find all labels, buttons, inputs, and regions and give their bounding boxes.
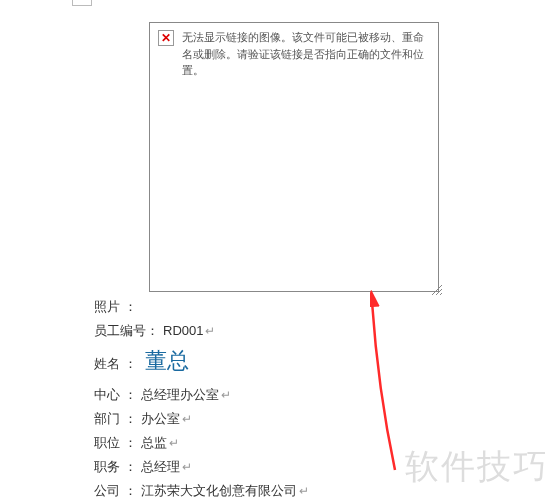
title-value: 总监	[141, 434, 167, 452]
field-dept: 部门 ： 办公室 ↵	[94, 410, 309, 428]
field-photo: 照片 ：	[94, 298, 309, 316]
paragraph-mark-icon: ↵	[299, 484, 309, 498]
field-name: 姓名 ： 董总	[94, 346, 309, 376]
company-label: 公司 ：	[94, 482, 137, 500]
watermark-text: 软件技巧	[405, 444, 549, 490]
paragraph-mark-icon: ↵	[221, 388, 231, 402]
top-fragment-box	[72, 0, 92, 6]
field-title: 职位 ： 总监 ↵	[94, 434, 309, 452]
resize-handle-icon[interactable]	[430, 283, 442, 295]
paragraph-mark-icon: ↵	[182, 412, 192, 426]
center-label: 中心 ：	[94, 386, 137, 404]
name-label: 姓名 ：	[94, 355, 137, 373]
broken-image-icon: ✕	[158, 30, 174, 46]
svg-line-2	[440, 293, 442, 295]
company-value: 江苏荣大文化创意有限公司	[141, 482, 297, 500]
empno-label: 员工编号：	[94, 322, 159, 340]
image-error-text: 无法显示链接的图像。该文件可能已被移动、重命名或删除。请验证该链接是否指向正确的…	[182, 29, 430, 79]
paragraph-mark-icon: ↵	[182, 460, 192, 474]
linked-image-placeholder[interactable]: ✕ 无法显示链接的图像。该文件可能已被移动、重命名或删除。请验证该链接是否指向正…	[149, 22, 439, 292]
field-company: 公司 ： 江苏荣大文化创意有限公司 ↵	[94, 482, 309, 500]
dept-label: 部门 ：	[94, 410, 137, 428]
title-label: 职位 ：	[94, 434, 137, 452]
paragraph-mark-icon: ↵	[169, 436, 179, 450]
photo-label: 照片 ：	[94, 298, 137, 316]
x-mark-icon: ✕	[161, 32, 171, 44]
duty-label: 职务 ：	[94, 458, 137, 476]
fields-block: 照片 ： 员工编号： RD001 ↵ 姓名 ： 董总 中心 ： 总经理办公室 ↵…	[94, 298, 309, 502]
paragraph-mark-icon: ↵	[205, 324, 215, 338]
name-value: 董总	[145, 346, 189, 376]
center-value: 总经理办公室	[141, 386, 219, 404]
image-error-panel: ✕ 无法显示链接的图像。该文件可能已被移动、重命名或删除。请验证该链接是否指向正…	[150, 23, 438, 85]
dept-value: 办公室	[141, 410, 180, 428]
duty-value: 总经理	[141, 458, 180, 476]
field-duty: 职务 ： 总经理 ↵	[94, 458, 309, 476]
field-empno: 员工编号： RD001 ↵	[94, 322, 309, 340]
field-center: 中心 ： 总经理办公室 ↵	[94, 386, 309, 404]
empno-value: RD001	[163, 323, 203, 338]
